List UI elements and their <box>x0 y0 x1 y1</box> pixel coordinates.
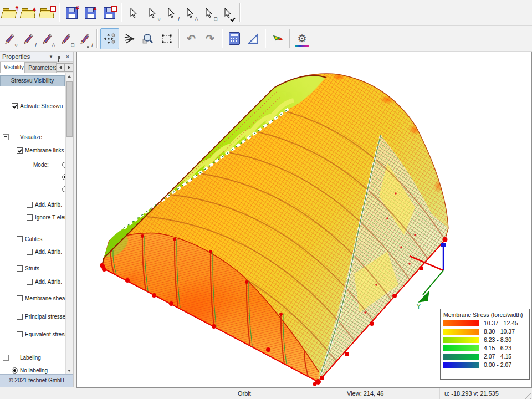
resize-grip[interactable] <box>525 392 531 399</box>
legend-colorbar <box>443 354 479 360</box>
checkbox-equivalent-stresses[interactable]: Equivalent stresses <box>0 330 73 339</box>
tab-visibility[interactable]: Visibility <box>0 62 24 73</box>
folder-open-icon: # <box>3 8 16 18</box>
checkbox-activate-stressvu[interactable]: Activate Stressvu <box>0 102 73 110</box>
redo-icon: ↷ <box>206 33 214 44</box>
select-square-button[interactable]: □ <box>200 3 218 23</box>
floppy-save-icon <box>104 7 115 19</box>
save-square-button[interactable] <box>100 3 118 23</box>
collapse-icon <box>3 134 9 140</box>
checkbox-add-attrib-membrane[interactable]: Add. Attrib. <box>0 201 73 209</box>
orbit-button[interactable] <box>100 28 119 49</box>
select-button[interactable] <box>125 3 142 23</box>
open-triangle-button[interactable]: ▲ <box>19 3 37 23</box>
legend-colorbar <box>443 345 479 351</box>
folder-open-icon <box>40 8 54 18</box>
triangle-modifier-icon: △ <box>195 17 198 22</box>
stressvu-flag-button[interactable] <box>269 29 287 49</box>
cursor-icon <box>130 8 137 18</box>
select-triangle-button[interactable]: △ <box>181 3 199 23</box>
cursor-icon <box>224 8 232 18</box>
separator <box>121 3 122 22</box>
select-line-button[interactable]: / <box>162 3 180 23</box>
floppy-save-icon: # <box>66 7 78 19</box>
select-point-button[interactable]: ○ <box>144 3 161 23</box>
checkbox-cables[interactable]: Cables <box>0 235 73 243</box>
checkbox-icon <box>17 331 23 337</box>
orbit-icon <box>104 33 116 45</box>
set-square-icon <box>247 33 259 45</box>
panel-menu-button[interactable]: ▾ <box>48 53 54 60</box>
checkbox-ignore-t-elements[interactable]: Ignore T elements <box>0 213 73 222</box>
checkbox-icon <box>17 295 23 301</box>
scroll-up-button[interactable] <box>66 73 73 81</box>
open-hash-button[interactable]: # <box>1 3 18 23</box>
pencil-icon <box>60 33 71 44</box>
legend-colorbar <box>443 329 479 335</box>
legend-row: 0.00 - 2.07 <box>443 361 526 368</box>
panel-titlebar[interactable]: Properties ▾ × <box>0 52 73 62</box>
tab-scroll-right-button[interactable] <box>65 63 73 72</box>
status-uv: u: -18.293 v: 21.535 <box>439 388 524 399</box>
pencil-icon <box>23 33 34 44</box>
draw-segment-button[interactable]: / <box>76 29 94 49</box>
circle-modifier-icon: ○ <box>15 43 18 48</box>
checkbox-add-attrib-cables[interactable]: Add. Attrib. <box>0 248 73 256</box>
toolbar-file: # ▲ # ▲ ○ / △ □ <box>0 0 532 26</box>
status-bar: Orbit View: 214, 46 u: -18.293 v: 21.535 <box>0 388 532 399</box>
circle-modifier-icon: ○ <box>158 17 161 22</box>
square-modifier-icon: □ <box>214 17 217 22</box>
legend-row: 8.30 - 10.37 <box>443 328 526 335</box>
scroll-down-button[interactable] <box>66 366 73 375</box>
draw-line-button[interactable]: / <box>19 29 37 49</box>
checkbox-icon <box>17 314 23 320</box>
save-triangle-button[interactable]: ▲ <box>81 3 99 23</box>
settings-button[interactable]: ⚙ <box>293 29 311 49</box>
checkbox-add-attrib-struts[interactable]: Add. Attrib. <box>0 278 73 286</box>
checkbox-struts[interactable]: Struts <box>0 264 73 273</box>
select-apply-button[interactable] <box>219 3 237 23</box>
separator <box>222 29 223 48</box>
redo-button[interactable]: ↷ <box>201 29 219 49</box>
draw-square-button[interactable]: □ <box>57 29 75 49</box>
checkbox-icon <box>17 265 23 272</box>
zoom-window-icon <box>161 33 173 45</box>
calculator-button[interactable] <box>226 29 243 49</box>
checkbox-principal-stresses[interactable]: Principal stresses <box>0 313 73 321</box>
checkbox-membrane-links[interactable]: Membrane links <box>0 146 73 155</box>
separator <box>265 29 266 48</box>
scrollbar-thumb[interactable] <box>66 81 73 137</box>
legend-row: 2.07 - 4.15 <box>443 353 526 360</box>
line-modifier-icon: / <box>35 43 37 48</box>
rays-button[interactable] <box>120 29 138 49</box>
cursor-icon <box>205 8 213 18</box>
section-visualize[interactable]: Visualize <box>0 133 66 141</box>
checkbox-icon <box>27 249 33 255</box>
tab-parameters[interactable]: Parameters <box>24 62 57 73</box>
legend-row: 4.15 - 6.23 <box>443 345 526 351</box>
panel-close-button[interactable]: × <box>64 53 71 60</box>
radio-no-labeling[interactable]: No labeling <box>0 366 73 375</box>
zoom-window-button[interactable] <box>158 29 176 49</box>
pin-button[interactable] <box>55 53 62 60</box>
calculator-icon <box>229 32 240 45</box>
draw-triangle-button[interactable]: △ <box>38 29 56 49</box>
checkbox-icon <box>12 103 18 109</box>
viewport-3d[interactable]: Y Membrane Stress (force/width) 10.37 - … <box>76 52 532 388</box>
collapse-icon <box>3 355 9 361</box>
separator <box>289 29 290 48</box>
section-labeling[interactable]: Labeling <box>0 354 66 362</box>
zoom-button[interactable] <box>139 29 157 49</box>
tab-scroll-left-button[interactable] <box>57 63 65 72</box>
draw-point-button[interactable]: ○ <box>1 29 18 49</box>
separator <box>96 29 98 48</box>
square-modifier-icon: □ <box>71 43 74 48</box>
undo-icon: ↶ <box>187 33 196 44</box>
open-square-button[interactable] <box>38 3 56 23</box>
save-hash-button[interactable]: # <box>63 3 80 23</box>
checkbox-membrane-shear[interactable]: Membrane shear <box>0 294 73 303</box>
rays-icon <box>123 33 135 45</box>
panel-scrollbar[interactable] <box>65 73 73 375</box>
set-square-button[interactable] <box>244 29 262 49</box>
undo-button[interactable]: ↶ <box>182 29 200 49</box>
